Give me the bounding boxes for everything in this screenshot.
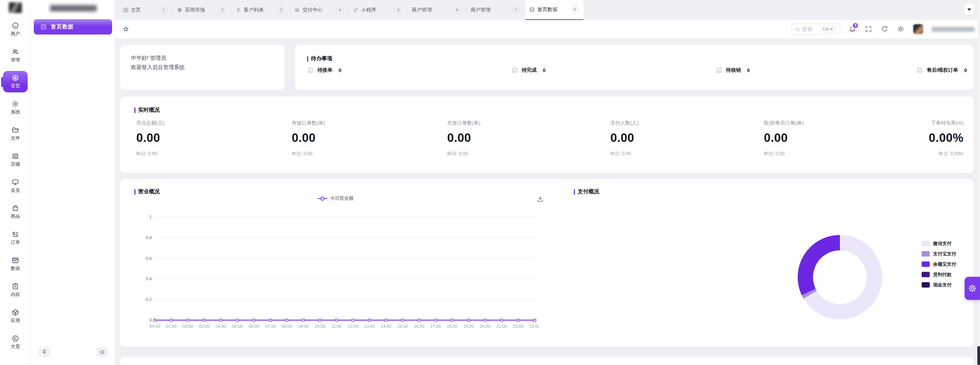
svg-text:07:00: 07:00 — [265, 324, 276, 329]
notifications-button[interactable]: 9 — [849, 25, 856, 33]
legend-swatch — [922, 241, 930, 246]
market-icon — [177, 7, 182, 13]
tab-app-market[interactable]: 应用市场 2 — [173, 0, 231, 20]
todo-item-value: 0 — [543, 67, 545, 73]
tab-badge: 8 — [571, 6, 578, 13]
tab-merchant-manage-1[interactable]: 商户管理 6 — [408, 0, 466, 20]
menu-item-home-data[interactable]: 首页数据 — [34, 19, 112, 35]
tab-label: 商户管理 — [471, 7, 491, 13]
legend-label: 现金支付 — [933, 282, 952, 288]
favorite-button[interactable] — [122, 26, 129, 33]
sidebar-item-orders[interactable]: 订单 — [0, 227, 31, 249]
gear-icon — [12, 100, 19, 108]
realtime-section-title: 实时概况 — [134, 107, 160, 113]
svg-text:22:00: 22:00 — [513, 324, 524, 329]
sidebar-item-system[interactable]: 系统 — [0, 97, 31, 118]
refresh-button[interactable] — [881, 25, 889, 33]
sidebar-item-shop[interactable]: 店铺 — [0, 149, 31, 171]
collapse-tabs-button[interactable] — [964, 4, 974, 15]
tab-delivery-center[interactable]: 交付中心 4 — [290, 0, 349, 20]
legend-item-cash[interactable]: 现金支付 — [922, 281, 956, 289]
stat-yesterday: 昨日: 0.00% — [929, 151, 963, 157]
pin-sidebar-button[interactable] — [38, 347, 50, 357]
sidebar-item-data[interactable]: 数据 — [0, 253, 31, 275]
theme-settings-fab[interactable] — [965, 277, 980, 300]
sidebar-item-member[interactable]: 会员 — [0, 175, 31, 197]
greeting-text: 中午好! 管理员 — [131, 55, 166, 62]
fullscreen-icon — [865, 25, 872, 33]
legend-item-yuebao[interactable]: 余额宝支付 — [922, 260, 956, 268]
sidebar-item-apps[interactable]: 应用 — [0, 306, 31, 327]
sidebar-item-home[interactable]: 首页 — [3, 71, 28, 92]
line-chart-legend[interactable]: 今日营业额 — [136, 195, 535, 202]
stat-conversion-rate: 下单转化率(%) 0.00% 昨日: 0.00% — [929, 120, 963, 157]
stat-label: 取消/售后订单(单) — [764, 120, 803, 127]
user-icon — [236, 7, 241, 13]
tab-home-data[interactable]: 首页数据 8 — [525, 0, 583, 20]
notification-count-badge: 9 — [852, 22, 859, 29]
search-shortcut-chip: Ctrl K — [820, 25, 836, 33]
stat-value: 0.00 — [610, 131, 639, 145]
user-name-redacted[interactable] — [932, 27, 975, 32]
search-input[interactable] — [802, 26, 818, 32]
todo-item-value: 0 — [339, 67, 341, 73]
legend-label: 货到付款 — [933, 271, 952, 278]
sidebar-item-manage[interactable]: 管理 — [0, 45, 31, 66]
sidebar-item-files[interactable]: 文件 — [0, 123, 31, 145]
tab-customer-list[interactable]: 客户列表 3 — [231, 0, 290, 20]
todo-item-pending-verify: 待核销 0 — [716, 67, 750, 74]
svg-text:01:00: 01:00 — [166, 324, 177, 329]
svg-text:04:00: 04:00 — [215, 324, 226, 329]
tab-label: 应用市场 — [185, 7, 205, 13]
legend-item-cod[interactable]: 货到付款 — [922, 271, 956, 278]
brand-name-redacted — [50, 5, 97, 12]
pin-icon — [41, 349, 47, 355]
sidebar-item-content[interactable]: 内容 — [0, 280, 31, 301]
tab-bar: 主页 1 应用市场 2 客户列表 3 交付中心 4 小程序 5 — [115, 0, 980, 20]
svg-text:1: 1 — [149, 215, 152, 219]
toolbar-right-cluster: Ctrl K 9 — [791, 20, 975, 38]
tab-merchant-manage-2[interactable]: 商户管理 7 — [466, 0, 525, 20]
search-box[interactable]: Ctrl K — [791, 23, 840, 35]
legend-marker-icon — [317, 196, 328, 201]
svg-text:06:00: 06:00 — [248, 324, 259, 329]
theme-toggle-button[interactable] — [897, 25, 905, 33]
scrollbar-thumb[interactable] — [977, 346, 980, 365]
section-accent-bar — [134, 189, 136, 195]
svg-text:10:00: 10:00 — [315, 324, 326, 329]
scrollbar-track[interactable] — [977, 0, 980, 365]
sidebar-item-partial[interactable] — [0, 358, 31, 365]
tab-mini-program[interactable]: 小程序 5 — [349, 0, 407, 20]
stat-yesterday: 昨日: 0.00 — [447, 151, 481, 157]
sidebar-item-merchant[interactable]: 商户 — [0, 19, 31, 40]
collapse-sidebar-button[interactable] — [96, 347, 108, 357]
clipboard-icon — [12, 283, 19, 290]
stat-label: 下单转化率(%) — [929, 120, 963, 127]
section-accent-bar — [307, 56, 308, 62]
svg-text:13:00: 13:00 — [364, 324, 375, 329]
legend-item-alipay[interactable]: 支付宝支付 — [922, 250, 956, 258]
sidebar-item-goods[interactable]: 商品 — [0, 201, 31, 223]
sidebar-item-dahuang[interactable]: 大荒 — [0, 332, 31, 353]
svg-text:23:00: 23:00 — [529, 324, 539, 329]
fullscreen-button[interactable] — [865, 25, 873, 33]
svg-text:0.6: 0.6 — [146, 256, 152, 261]
tab-label: 商户管理 — [412, 7, 432, 13]
todo-item-value: 0 — [747, 67, 750, 73]
app-root: 商户 管理 首页 系统 文件 店铺 会员 商品 — [0, 0, 980, 365]
tab-home[interactable]: 主页 1 — [119, 0, 172, 20]
user-avatar[interactable] — [913, 24, 923, 34]
order-list-icon — [12, 230, 19, 238]
tab-badge: 5 — [395, 6, 402, 14]
stat-label: 支付人数(人) — [610, 120, 639, 127]
legend-item-wechat[interactable]: 微信支付 — [922, 240, 956, 247]
sun-icon — [897, 25, 904, 33]
users-icon — [12, 48, 19, 56]
download-chart-button[interactable] — [537, 195, 544, 203]
tab-label: 小程序 — [361, 7, 376, 13]
todo-item-label: 待完成 — [522, 67, 537, 74]
legend-swatch — [922, 282, 930, 288]
section-title-text: 待办事项 — [311, 55, 332, 62]
stat-value: 0.00% — [929, 131, 963, 145]
business-overview-title: 营业概况 — [134, 188, 160, 195]
